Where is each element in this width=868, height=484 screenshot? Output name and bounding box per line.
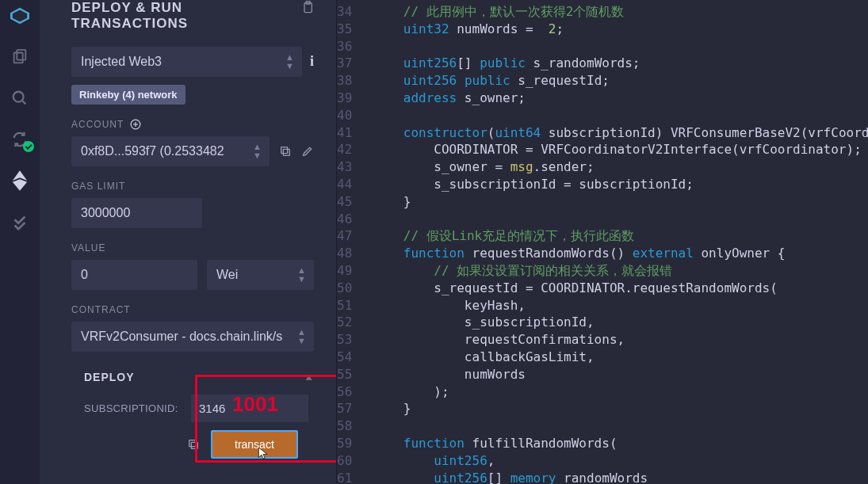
- svg-rect-2: [14, 53, 23, 63]
- transact-button-label: transact: [235, 438, 274, 451]
- deploy-icon[interactable]: [10, 171, 29, 190]
- compile-success-badge: [23, 141, 34, 152]
- copy-account-icon[interactable]: [279, 145, 292, 158]
- transact-button[interactable]: transact: [211, 430, 298, 459]
- line-number-gutter: 3435363738394041424344454647484950515253…: [337, 0, 366, 484]
- search-icon[interactable]: [10, 89, 29, 108]
- caret-icon: ▲▼: [297, 266, 306, 284]
- svg-rect-13: [283, 149, 289, 155]
- deploy-run-panel: DEPLOY & RUN TRANSACTIONS Injected Web3 …: [40, 0, 337, 484]
- caret-icon: ▲▼: [253, 143, 262, 160]
- panel-title-line2: TRANSACTIONS: [71, 16, 188, 31]
- plus-circle-icon[interactable]: [130, 119, 141, 130]
- contract-select[interactable]: VRFv2Consumer - docs.chain.link/s ▲▼: [71, 322, 314, 352]
- svg-rect-15: [191, 442, 197, 448]
- files-icon[interactable]: [10, 48, 29, 67]
- contract-label: CONTRACT: [71, 304, 314, 315]
- icon-rail: [0, 0, 40, 484]
- svg-marker-6: [13, 170, 27, 181]
- gas-limit-label: GAS LIMIT: [71, 181, 314, 192]
- contract-selected: VRFv2Consumer - docs.chain.link/s: [71, 322, 314, 352]
- svg-marker-7: [13, 179, 27, 191]
- account-select[interactable]: 0xf8D...593f7 (0.2533482 ▲▼: [71, 136, 270, 166]
- deploy-section-header[interactable]: DEPLOY ▲: [71, 371, 314, 383]
- svg-rect-3: [17, 50, 25, 60]
- svg-point-4: [13, 92, 24, 102]
- gas-limit-input[interactable]: [71, 198, 202, 228]
- panel-title: DEPLOY & RUN TRANSACTIONS: [71, 0, 188, 32]
- copy-params-icon[interactable]: [187, 438, 200, 451]
- panel-clipboard-icon[interactable]: [301, 0, 314, 14]
- chevron-up-icon: ▲: [304, 371, 314, 383]
- environment-select[interactable]: Injected Web3 ▲▼: [71, 47, 302, 77]
- param-subscriptionid-input[interactable]: [191, 394, 308, 422]
- panel-title-line1: DEPLOY & RUN: [71, 0, 182, 15]
- account-selected: 0xf8D...593f7 (0.2533482: [71, 136, 270, 166]
- caret-icon: ▲▼: [297, 328, 306, 345]
- svg-rect-14: [281, 147, 288, 153]
- code-content[interactable]: // 此用例中，默认一次获得2个随机数 uint32 numWords = 2;…: [366, 0, 868, 484]
- code-editor[interactable]: 3435363738394041424344454647484950515253…: [337, 0, 868, 484]
- value-amount-input[interactable]: [71, 260, 197, 290]
- panel-header: DEPLOY & RUN TRANSACTIONS: [71, 0, 314, 32]
- svg-line-5: [22, 101, 26, 105]
- logo-icon[interactable]: [10, 6, 29, 25]
- svg-rect-16: [189, 440, 196, 446]
- deploy-label: DEPLOY: [84, 371, 135, 383]
- debugger-icon[interactable]: [10, 212, 29, 231]
- param-subscriptionid-label: SUBSCRIPTIONID:: [84, 402, 191, 414]
- account-label-text: ACCOUNT: [71, 119, 124, 130]
- value-unit-select[interactable]: Wei ▲▼: [207, 260, 314, 290]
- value-label: VALUE: [71, 242, 314, 253]
- compiler-icon[interactable]: [10, 130, 29, 149]
- network-badge: Rinkeby (4) network: [71, 85, 185, 105]
- caret-icon: ▲▼: [285, 53, 294, 71]
- edit-account-icon[interactable]: [301, 145, 314, 158]
- environment-info-icon[interactable]: i: [310, 53, 314, 70]
- account-label: ACCOUNT: [71, 119, 314, 130]
- environment-selected: Injected Web3: [71, 47, 302, 77]
